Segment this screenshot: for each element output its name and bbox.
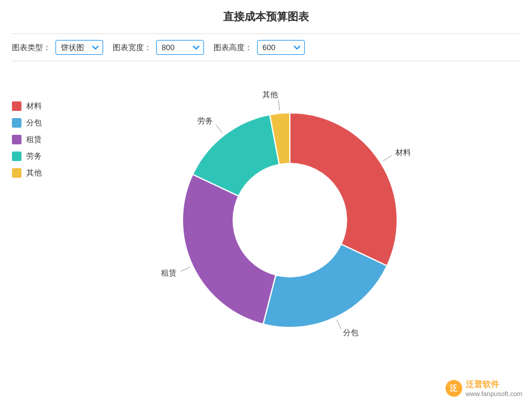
chart-type-label: 图表类型： — [12, 42, 51, 53]
legend-item: 分包 — [12, 118, 60, 128]
legend-label: 其他 — [26, 168, 42, 178]
chart-width-select[interactable]: 600 800 1000 1200 — [156, 40, 204, 55]
chart-width-group: 图表宽度： 600 800 1000 1200 — [113, 40, 204, 55]
chart-type-select[interactable]: 饼状图 柱状图 折线图 — [55, 40, 103, 55]
legend-color-swatch — [12, 135, 21, 144]
donut-chart: 材料分包租赁劳务其他 — [129, 77, 463, 363]
watermark-icon: 泛 — [446, 380, 462, 397]
donut-slice — [263, 244, 387, 327]
watermark-website: www.fanpusoft.com — [466, 389, 522, 398]
legend-color-swatch — [12, 118, 21, 128]
donut-slice — [290, 113, 397, 266]
legend-label: 劳务 — [26, 151, 42, 162]
chart-height-select[interactable]: 400 500 600 700 800 — [257, 40, 305, 55]
slice-label: 劳务 — [197, 116, 213, 125]
legend-color-swatch — [12, 168, 21, 178]
slice-label: 租赁 — [161, 268, 177, 277]
page-container: 直接成本预算图表 图表类型： 饼状图 柱状图 折线图 图表宽度： 600 800… — [0, 0, 532, 405]
donut-slice — [183, 174, 276, 324]
watermark-text-block: 泛普软件 www.fanpusoft.com — [466, 379, 522, 398]
slice-label: 其他 — [262, 90, 278, 99]
legend-item: 租赁 — [12, 134, 60, 145]
chart-width-label: 图表宽度： — [113, 42, 151, 53]
legend-label: 材料 — [26, 101, 42, 112]
legend-item: 其他 — [12, 168, 60, 178]
label-line — [279, 100, 280, 110]
watermark-brand: 泛普软件 — [466, 379, 522, 389]
slice-label: 分包 — [343, 328, 358, 337]
page-title: 直接成本预算图表 — [12, 10, 520, 24]
legend-color-swatch — [12, 152, 21, 161]
legend-color-swatch — [12, 101, 21, 111]
chart-height-label: 图表高度： — [214, 42, 252, 53]
watermark-icon-text: 泛 — [450, 383, 457, 394]
legend: 材料 分包 租赁 劳务 其他 — [12, 77, 60, 178]
watermark: 泛 泛普软件 www.fanpusoft.com — [446, 379, 522, 398]
toolbar: 图表类型： 饼状图 柱状图 折线图 图表宽度： 600 800 1000 120… — [12, 33, 520, 61]
slice-label: 材料 — [395, 148, 411, 157]
donut-chart-wrapper: 材料分包租赁劳务其他 — [72, 77, 520, 363]
label-line — [337, 320, 341, 329]
label-line — [216, 125, 222, 132]
chart-type-group: 图表类型： 饼状图 柱状图 折线图 — [12, 40, 103, 55]
chart-height-group: 图表高度： 400 500 600 700 800 — [214, 40, 305, 55]
chart-area: 材料 分包 租赁 劳务 其他 材料分包租赁劳务其他 — [12, 71, 520, 369]
legend-item: 材料 — [12, 101, 60, 112]
label-line — [383, 156, 391, 161]
legend-label: 租赁 — [26, 134, 42, 145]
legend-item: 劳务 — [12, 151, 60, 162]
legend-label: 分包 — [26, 118, 42, 128]
label-line — [181, 267, 190, 271]
